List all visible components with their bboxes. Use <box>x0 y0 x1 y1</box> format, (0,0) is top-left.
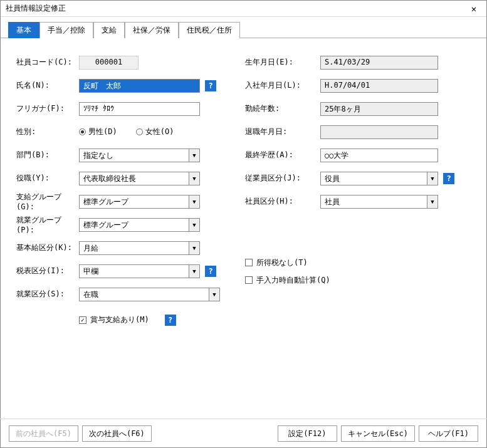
birthdate-field[interactable]: S.41/03/29 <box>320 56 438 70</box>
radio-female[interactable]: 女性(O) <box>136 127 174 137</box>
label-department: 部門(B): <box>7 150 79 160</box>
close-icon[interactable]: ✕ <box>464 2 484 16</box>
hiredate-field[interactable]: H.07/04/01 <box>320 79 438 93</box>
radio-male[interactable]: 男性(D) <box>79 127 117 137</box>
help-icon[interactable]: ? <box>205 266 216 277</box>
chevron-down-icon[interactable]: ▼ <box>427 172 438 185</box>
tab-bar: 基本 手当／控除 支給 社保／労保 住民税／住所 <box>1 17 486 38</box>
cancel-button[interactable]: キャンセル(Esc) <box>341 425 415 442</box>
label-position: 役職(Y): <box>7 173 79 184</box>
pay-group-dropdown[interactable]: 標準グループ ▼ <box>79 195 200 209</box>
no-tax-label: 所得税なし(T) <box>256 258 308 268</box>
label-retiredate: 退職年月日: <box>245 127 320 137</box>
base-pay-dropdown[interactable]: 月給 ▼ <box>79 241 200 255</box>
tenure-field: 25年8ヶ月 <box>320 102 438 116</box>
no-tax-checkbox[interactable]: 所得税なし(T) <box>245 258 308 268</box>
label-base-pay: 基本給区分(K): <box>7 242 79 253</box>
base-pay-value: 月給 <box>79 241 189 255</box>
tab-tax-address[interactable]: 住民税／住所 <box>179 22 240 38</box>
label-tenure: 勤続年数: <box>245 103 320 114</box>
tab-allowance[interactable]: 手当／控除 <box>39 22 93 38</box>
help-icon[interactable]: ? <box>205 80 216 91</box>
emp-class-value: 社員 <box>320 195 427 209</box>
label-furigana: フリガナ(F): <box>7 103 79 114</box>
chevron-down-icon[interactable]: ▼ <box>189 264 200 278</box>
name-field[interactable]: 反町 太郎 <box>79 79 200 93</box>
work-group-dropdown[interactable]: 標準グループ ▼ <box>79 218 200 232</box>
titlebar: 社員情報設定修正 ✕ <box>1 1 486 17</box>
emp-class-dropdown[interactable]: 社員 ▼ <box>320 195 438 209</box>
emp-code-field: 000001 <box>79 56 139 70</box>
bonus-label: 賞与支給あり(M) <box>90 315 149 325</box>
label-hiredate: 入社年月日(L): <box>245 80 320 91</box>
education-field[interactable]: ○○大学 <box>320 148 438 162</box>
label-birthdate: 生年月日(E): <box>245 57 320 68</box>
label-education: 最終学歴(A): <box>245 150 320 160</box>
tax-table-value: 甲欄 <box>79 264 189 278</box>
retiredate-field <box>320 125 438 139</box>
work-status-dropdown[interactable]: 在職 ▼ <box>79 288 220 301</box>
right-column: 生年月日(E): S.41/03/29 入社年月日(L): H.07/04/01… <box>245 51 454 334</box>
label-name: 氏名(N): <box>7 80 79 91</box>
work-status-value: 在職 <box>79 288 209 301</box>
chevron-down-icon[interactable]: ▼ <box>189 172 200 185</box>
chevron-down-icon[interactable]: ▼ <box>189 195 200 209</box>
label-emp-class: 社員区分(H): <box>245 196 320 207</box>
tab-payment[interactable]: 支給 <box>93 22 125 38</box>
department-value: 指定なし <box>79 148 189 162</box>
emp-type-value: 役員 <box>320 172 427 185</box>
next-employee-button[interactable]: 次の社員へ(F6) <box>82 425 152 442</box>
radio-male-label: 男性(D) <box>88 127 117 137</box>
emp-type-dropdown[interactable]: 役員 ▼ <box>320 172 438 185</box>
radio-female-label: 女性(O) <box>145 127 174 137</box>
form-area: 社員コード(C): 000001 氏名(N): 反町 太郎 ? フリガナ(F):… <box>1 38 486 346</box>
label-tax-table: 税表区分(I): <box>7 266 79 276</box>
position-dropdown[interactable]: 代表取締役社長 ▼ <box>79 172 200 185</box>
bonus-checkbox[interactable]: 賞与支給あり(M) <box>79 315 149 325</box>
label-emp-code: 社員コード(C): <box>7 57 79 68</box>
pay-group-value: 標準グループ <box>79 195 189 209</box>
help-icon[interactable]: ? <box>165 315 176 326</box>
chevron-down-icon[interactable]: ▼ <box>427 195 438 209</box>
left-column: 社員コード(C): 000001 氏名(N): 反町 太郎 ? フリガナ(F):… <box>7 51 220 334</box>
chevron-down-icon[interactable]: ▼ <box>189 241 200 255</box>
tab-insurance[interactable]: 社保／労保 <box>125 22 179 38</box>
label-pay-group: 支給グループ(G): <box>7 192 79 211</box>
label-emp-type: 従業員区分(J): <box>245 173 320 184</box>
auto-calc-label: 手入力時自動計算(Q) <box>256 275 330 286</box>
help-icon[interactable]: ? <box>443 173 454 184</box>
tax-table-dropdown[interactable]: 甲欄 ▼ <box>79 264 200 278</box>
window-title: 社員情報設定修正 <box>6 3 66 14</box>
chevron-down-icon[interactable]: ▼ <box>189 148 200 162</box>
work-group-value: 標準グループ <box>79 218 189 232</box>
bottom-bar: 前の社員へ(F5) 次の社員へ(F6) 設定(F12) キャンセル(Esc) ヘ… <box>0 419 487 448</box>
chevron-down-icon[interactable]: ▼ <box>189 218 200 232</box>
label-gender: 性別: <box>7 127 79 137</box>
label-work-group: 就業グループ(P): <box>7 215 79 234</box>
settings-button[interactable]: 設定(F12) <box>278 425 337 442</box>
position-value: 代表取締役社長 <box>79 172 189 185</box>
tab-basic[interactable]: 基本 <box>8 22 39 38</box>
prev-employee-button: 前の社員へ(F5) <box>9 425 78 442</box>
chevron-down-icon[interactable]: ▼ <box>209 288 220 301</box>
label-work-status: 就業区分(S): <box>7 289 79 300</box>
furigana-field[interactable]: ｿﾘﾏﾁ ﾀﾛｳ <box>79 102 200 116</box>
help-button[interactable]: ヘルプ(F1) <box>419 425 478 442</box>
auto-calc-checkbox[interactable]: 手入力時自動計算(Q) <box>245 275 330 286</box>
department-dropdown[interactable]: 指定なし ▼ <box>79 148 200 162</box>
